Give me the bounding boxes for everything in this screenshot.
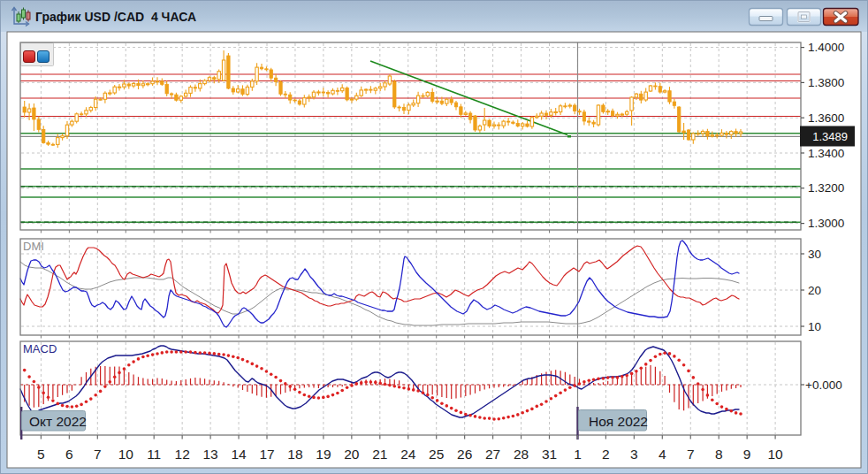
svg-text:DMI: DMI bbox=[23, 240, 44, 253]
svg-text:3: 3 bbox=[630, 447, 638, 462]
svg-text:21: 21 bbox=[372, 447, 387, 462]
svg-text:Окт 2022: Окт 2022 bbox=[29, 414, 87, 429]
svg-text:10: 10 bbox=[118, 447, 134, 462]
svg-text:27: 27 bbox=[485, 447, 500, 462]
svg-text:1: 1 bbox=[574, 447, 582, 462]
svg-text:5: 5 bbox=[37, 447, 45, 462]
svg-text:+0.000: +0.000 bbox=[805, 378, 842, 392]
svg-text:1.4000: 1.4000 bbox=[808, 41, 844, 54]
svg-text:9: 9 bbox=[743, 447, 751, 462]
svg-text:13: 13 bbox=[202, 447, 217, 462]
svg-text:18: 18 bbox=[287, 447, 302, 462]
svg-text:10: 10 bbox=[808, 320, 821, 333]
svg-text:30: 30 bbox=[808, 248, 821, 261]
svg-text:31: 31 bbox=[542, 447, 557, 462]
svg-text:7: 7 bbox=[94, 447, 102, 462]
svg-text:1.3800: 1.3800 bbox=[808, 76, 844, 89]
svg-text:10: 10 bbox=[767, 447, 783, 462]
svg-text:7: 7 bbox=[687, 447, 695, 462]
svg-text:График USD /CAD 4 ЧАСА: График USD /CAD 4 ЧАСА bbox=[35, 10, 196, 24]
svg-text:26: 26 bbox=[457, 447, 472, 462]
svg-text:1.3600: 1.3600 bbox=[808, 111, 844, 125]
svg-text:1.3200: 1.3200 bbox=[808, 181, 844, 195]
svg-text:12: 12 bbox=[175, 447, 190, 462]
svg-text:6: 6 bbox=[65, 447, 73, 462]
svg-text:28: 28 bbox=[514, 447, 529, 462]
svg-text:25: 25 bbox=[429, 447, 444, 462]
svg-text:24: 24 bbox=[400, 447, 416, 462]
svg-text:MACD: MACD bbox=[23, 342, 57, 356]
svg-text:1.3400: 1.3400 bbox=[808, 147, 844, 160]
svg-text:1.3000: 1.3000 bbox=[808, 217, 844, 230]
svg-text:20: 20 bbox=[808, 284, 821, 297]
svg-text:11: 11 bbox=[147, 447, 161, 462]
svg-text:14: 14 bbox=[231, 447, 247, 462]
svg-text:8: 8 bbox=[715, 447, 723, 462]
svg-text:2: 2 bbox=[602, 447, 610, 462]
svg-text:20: 20 bbox=[344, 447, 360, 462]
svg-text:17: 17 bbox=[259, 447, 274, 462]
svg-text:19: 19 bbox=[316, 447, 331, 462]
svg-text:4: 4 bbox=[659, 447, 666, 462]
svg-text:Ноя 2022: Ноя 2022 bbox=[589, 414, 648, 429]
svg-text:1.3489: 1.3489 bbox=[812, 130, 848, 143]
